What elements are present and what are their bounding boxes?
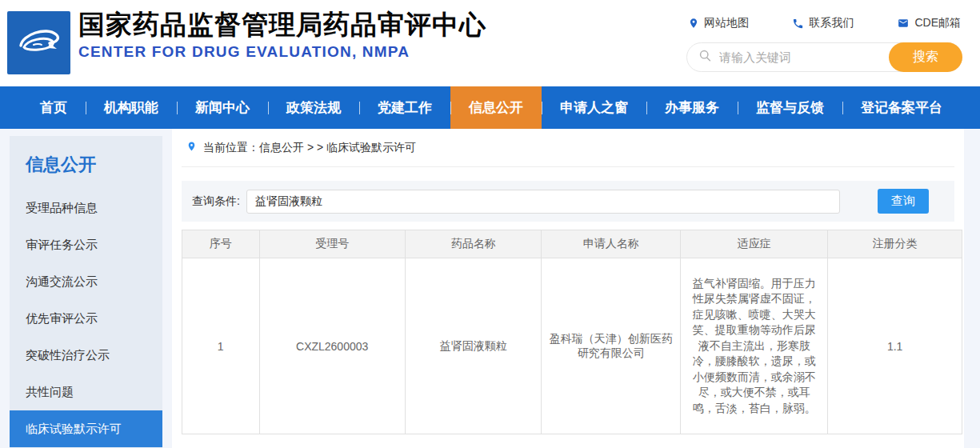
nav-item-party-building[interactable]: 党建工作: [359, 86, 450, 129]
location-pin-icon: [688, 17, 699, 30]
cell-drug-name: 益肾固液颗粒: [405, 258, 542, 434]
sidebar-item-clinical-trial-implied-license[interactable]: 临床试验默示许可: [10, 410, 162, 447]
nav-item-services[interactable]: 办事服务: [646, 86, 738, 129]
contact-us-link-label: 联系我们: [809, 16, 854, 30]
col-header-serial-no: 序号: [182, 230, 260, 258]
sidebar-item-breakthrough-therapy[interactable]: 突破性治疗公示: [10, 337, 162, 374]
sidebar-item-common-issues[interactable]: 共性问题: [10, 374, 162, 410]
header-right: 网站地图 联系我们 CDE邮箱: [686, 16, 962, 72]
top-links: 网站地图 联系我们 CDE邮箱: [686, 16, 962, 30]
nav-item-supervision-feedback[interactable]: 监督与反馈: [738, 86, 842, 129]
search-icon: [698, 49, 712, 66]
col-header-acceptance-no: 受理号: [259, 230, 405, 258]
nav-item-news-center[interactable]: 新闻中心: [177, 86, 268, 129]
site-title-english: CENTER FOR DRUG EVALUATION, NMPA: [78, 43, 486, 61]
breadcrumb-pin-icon: [186, 140, 197, 156]
site-search-bar: 搜索: [686, 42, 962, 72]
sidebar-title: 信息公开: [10, 136, 162, 177]
sidebar-item-review-tasks[interactable]: 审评任务公示: [10, 226, 162, 263]
cell-acceptance-no: CXZL2600003: [259, 258, 405, 434]
site-titles: 国家药品监督管理局药品审评中心 CENTER FOR DRUG EVALUATI…: [78, 9, 486, 61]
cell-indication: 益气补肾固缩。用于压力性尿失禁属肾虚不固证，症见咳嗽、喷嚏、大哭大笑、提取重物等…: [681, 258, 828, 434]
main-nav: 首页 机构职能 新闻中心 政策法规 党建工作 信息公开 申请人之窗 办事服务 监…: [0, 86, 980, 129]
site-header: 国家药品监督管理局药品审评中心 CENTER FOR DRUG EVALUATI…: [0, 0, 980, 86]
sitemap-link-label: 网站地图: [704, 16, 749, 30]
col-header-applicant-name: 申请人名称: [542, 230, 681, 258]
cell-serial-no: 1: [182, 258, 260, 434]
table-row: 1 CXZL2600003 益肾固液颗粒 盈科瑞（天津）创新医药研究有限公司 益…: [182, 258, 962, 434]
query-label: 查询条件:: [192, 194, 240, 209]
nav-item-registration-platform[interactable]: 登记备案平台: [842, 86, 961, 129]
nav-item-org-functions[interactable]: 机构职能: [86, 86, 177, 129]
contact-us-link[interactable]: 联系我们: [792, 16, 854, 30]
breadcrumb: 当前位置：信息公开 > > 临床试验默示许可: [182, 129, 954, 167]
sidebar-item-priority-review[interactable]: 优先审评公示: [10, 300, 162, 337]
cell-registration-class: 1.1: [828, 258, 962, 434]
main-panel: 当前位置：信息公开 > > 临床试验默示许可 查询条件: 查询 序号 受理号 药…: [172, 129, 964, 448]
cde-mail-link[interactable]: CDE邮箱: [897, 16, 961, 30]
content-area: 信息公开 受理品种信息 审评任务公示 沟通交流公示 优先审评公示 突破性治疗公示…: [0, 129, 980, 448]
phone-icon: [792, 18, 804, 30]
query-button[interactable]: 查询: [878, 189, 929, 214]
cell-applicant-name: 盈科瑞（天津）创新医药研究有限公司: [542, 258, 681, 434]
breadcrumb-text: 当前位置：信息公开 > > 临床试验默示许可: [203, 141, 416, 155]
cde-logo-swirl-icon: [14, 18, 64, 68]
nav-item-policies[interactable]: 政策法规: [268, 86, 359, 129]
sitemap-link[interactable]: 网站地图: [688, 16, 749, 30]
sidebar: 信息公开 受理品种信息 审评任务公示 沟通交流公示 优先审评公示 突破性治疗公示…: [10, 136, 162, 448]
nav-item-info-disclosure[interactable]: 信息公开: [450, 86, 542, 129]
query-section: 查询条件: 查询: [182, 181, 954, 222]
envelope-icon: [897, 18, 910, 29]
col-header-drug-name: 药品名称: [405, 230, 542, 258]
nav-item-home[interactable]: 首页: [22, 86, 86, 129]
sidebar-item-communication[interactable]: 沟通交流公示: [10, 263, 162, 300]
col-header-indication: 适应症: [681, 230, 828, 258]
cde-logo[interactable]: [7, 11, 70, 74]
cde-mail-link-label: CDE邮箱: [914, 16, 961, 30]
table-header-row: 序号 受理号 药品名称 申请人名称 适应症 注册分类: [182, 230, 962, 258]
site-title-chinese: 国家药品监督管理局药品审评中心: [78, 9, 486, 41]
site-search-button[interactable]: 搜索: [889, 42, 962, 72]
query-input[interactable]: [246, 190, 840, 214]
cde-website-page: 国家药品监督管理局药品审评中心 CENTER FOR DRUG EVALUATI…: [0, 0, 980, 448]
nav-item-applicant-window[interactable]: 申请人之窗: [542, 86, 646, 129]
sidebar-item-accepted-varieties[interactable]: 受理品种信息: [10, 190, 162, 226]
results-table: 序号 受理号 药品名称 申请人名称 适应症 注册分类 1 CXZL2600003…: [182, 230, 962, 434]
col-header-registration-class: 注册分类: [828, 230, 962, 258]
